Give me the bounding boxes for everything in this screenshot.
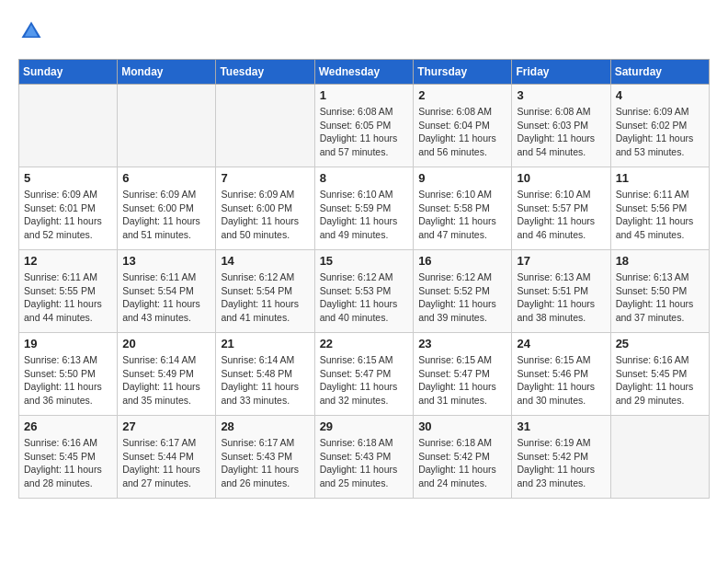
day-number: 4 [616,88,704,102]
day-info: Sunrise: 6:16 AM Sunset: 5:45 PM Dayligh… [616,353,704,408]
day-info: Sunrise: 6:09 AM Sunset: 6:00 PM Dayligh… [122,188,210,242]
day-info: Sunrise: 6:12 AM Sunset: 5:54 PM Dayligh… [221,270,309,325]
day-info: Sunrise: 6:13 AM Sunset: 5:51 PM Dayligh… [517,270,605,325]
day-number: 13 [122,254,210,268]
day-number: 9 [418,171,506,185]
day-info: Sunrise: 6:15 AM Sunset: 5:46 PM Dayligh… [517,353,605,408]
calendar-cell: 31Sunrise: 6:19 AM Sunset: 5:42 PM Dayli… [512,416,610,499]
day-number: 27 [122,419,210,433]
day-info: Sunrise: 6:12 AM Sunset: 5:52 PM Dayligh… [418,270,506,325]
day-info: Sunrise: 6:10 AM Sunset: 5:59 PM Dayligh… [320,188,409,242]
day-info: Sunrise: 6:11 AM Sunset: 5:55 PM Dayligh… [24,270,112,325]
logo [18,18,48,44]
calendar-cell: 22Sunrise: 6:15 AM Sunset: 5:47 PM Dayli… [314,333,414,416]
day-number: 16 [418,254,506,268]
calendar-table: SundayMondayTuesdayWednesdayThursdayFrid… [18,59,710,499]
logo-icon [18,18,44,44]
day-number: 17 [517,254,605,268]
day-number: 19 [24,337,112,350]
calendar-week-row: 5Sunrise: 6:09 AM Sunset: 6:01 PM Daylig… [19,167,710,250]
weekday-header: Thursday [414,60,512,85]
day-info: Sunrise: 6:15 AM Sunset: 5:47 PM Dayligh… [418,353,506,408]
calendar-cell: 24Sunrise: 6:15 AM Sunset: 5:46 PM Dayli… [512,333,610,416]
calendar-week-row: 12Sunrise: 6:11 AM Sunset: 5:55 PM Dayli… [19,250,710,333]
weekday-header-row: SundayMondayTuesdayWednesdayThursdayFrid… [19,60,710,85]
day-info: Sunrise: 6:15 AM Sunset: 5:47 PM Dayligh… [320,353,409,408]
calendar-cell: 11Sunrise: 6:11 AM Sunset: 5:56 PM Dayli… [610,167,709,250]
day-number: 2 [418,88,506,102]
day-number: 1 [320,88,409,102]
day-number: 21 [221,337,309,350]
day-number: 6 [122,171,210,185]
calendar-cell [610,416,709,499]
day-number: 22 [320,337,409,350]
day-info: Sunrise: 6:14 AM Sunset: 5:49 PM Dayligh… [122,353,210,408]
weekday-header: Friday [512,60,610,85]
calendar-cell: 27Sunrise: 6:17 AM Sunset: 5:44 PM Dayli… [118,416,216,499]
calendar-cell: 23Sunrise: 6:15 AM Sunset: 5:47 PM Dayli… [414,333,512,416]
day-number: 7 [221,171,309,185]
day-number: 8 [320,171,409,185]
calendar-cell: 8Sunrise: 6:10 AM Sunset: 5:59 PM Daylig… [314,167,414,250]
page-header [18,18,710,44]
calendar-cell: 9Sunrise: 6:10 AM Sunset: 5:58 PM Daylig… [414,167,512,250]
calendar-cell: 18Sunrise: 6:13 AM Sunset: 5:50 PM Dayli… [610,250,709,333]
day-number: 3 [517,88,605,102]
day-number: 23 [418,337,506,350]
day-number: 28 [221,419,309,433]
calendar-cell [19,85,118,167]
weekday-header: Saturday [610,60,709,85]
day-info: Sunrise: 6:09 AM Sunset: 6:02 PM Dayligh… [616,105,704,159]
calendar-cell [118,85,216,167]
day-number: 5 [24,171,112,185]
day-number: 29 [320,419,409,433]
day-info: Sunrise: 6:08 AM Sunset: 6:05 PM Dayligh… [320,105,409,159]
calendar-week-row: 19Sunrise: 6:13 AM Sunset: 5:50 PM Dayli… [19,333,710,416]
day-number: 31 [517,419,605,433]
calendar-week-row: 1Sunrise: 6:08 AM Sunset: 6:05 PM Daylig… [19,85,710,167]
day-number: 12 [24,254,112,268]
day-info: Sunrise: 6:08 AM Sunset: 6:04 PM Dayligh… [418,105,506,159]
day-number: 30 [418,419,506,433]
day-info: Sunrise: 6:08 AM Sunset: 6:03 PM Dayligh… [517,105,605,159]
calendar-cell: 28Sunrise: 6:17 AM Sunset: 5:43 PM Dayli… [216,416,314,499]
calendar-cell: 5Sunrise: 6:09 AM Sunset: 6:01 PM Daylig… [19,167,118,250]
calendar-cell: 6Sunrise: 6:09 AM Sunset: 6:00 PM Daylig… [118,167,216,250]
calendar-cell: 3Sunrise: 6:08 AM Sunset: 6:03 PM Daylig… [512,85,610,167]
day-info: Sunrise: 6:10 AM Sunset: 5:57 PM Dayligh… [517,188,605,242]
day-info: Sunrise: 6:09 AM Sunset: 6:01 PM Dayligh… [24,188,112,242]
calendar-cell: 10Sunrise: 6:10 AM Sunset: 5:57 PM Dayli… [512,167,610,250]
day-info: Sunrise: 6:11 AM Sunset: 5:54 PM Dayligh… [122,270,210,325]
day-info: Sunrise: 6:09 AM Sunset: 6:00 PM Dayligh… [221,188,309,242]
day-info: Sunrise: 6:12 AM Sunset: 5:53 PM Dayligh… [320,270,409,325]
day-number: 11 [616,171,704,185]
weekday-header: Monday [118,60,216,85]
day-number: 20 [122,337,210,350]
day-info: Sunrise: 6:19 AM Sunset: 5:42 PM Dayligh… [517,436,605,490]
day-info: Sunrise: 6:17 AM Sunset: 5:44 PM Dayligh… [122,436,210,490]
day-info: Sunrise: 6:10 AM Sunset: 5:58 PM Dayligh… [418,188,506,242]
calendar-cell: 19Sunrise: 6:13 AM Sunset: 5:50 PM Dayli… [19,333,118,416]
day-info: Sunrise: 6:13 AM Sunset: 5:50 PM Dayligh… [616,270,704,325]
calendar-cell: 29Sunrise: 6:18 AM Sunset: 5:43 PM Dayli… [314,416,414,499]
day-number: 15 [320,254,409,268]
weekday-header: Tuesday [216,60,314,85]
calendar-cell: 17Sunrise: 6:13 AM Sunset: 5:51 PM Dayli… [512,250,610,333]
calendar-cell: 20Sunrise: 6:14 AM Sunset: 5:49 PM Dayli… [118,333,216,416]
day-info: Sunrise: 6:11 AM Sunset: 5:56 PM Dayligh… [616,188,704,242]
calendar-cell: 1Sunrise: 6:08 AM Sunset: 6:05 PM Daylig… [314,85,414,167]
day-number: 18 [616,254,704,268]
calendar-cell: 4Sunrise: 6:09 AM Sunset: 6:02 PM Daylig… [610,85,709,167]
day-info: Sunrise: 6:17 AM Sunset: 5:43 PM Dayligh… [221,436,309,490]
calendar-cell: 16Sunrise: 6:12 AM Sunset: 5:52 PM Dayli… [414,250,512,333]
day-info: Sunrise: 6:13 AM Sunset: 5:50 PM Dayligh… [24,353,112,408]
calendar-cell: 26Sunrise: 6:16 AM Sunset: 5:45 PM Dayli… [19,416,118,499]
calendar-cell: 2Sunrise: 6:08 AM Sunset: 6:04 PM Daylig… [414,85,512,167]
calendar-cell [216,85,314,167]
calendar-cell: 13Sunrise: 6:11 AM Sunset: 5:54 PM Dayli… [118,250,216,333]
calendar-cell: 30Sunrise: 6:18 AM Sunset: 5:42 PM Dayli… [414,416,512,499]
calendar-cell: 7Sunrise: 6:09 AM Sunset: 6:00 PM Daylig… [216,167,314,250]
calendar-week-row: 26Sunrise: 6:16 AM Sunset: 5:45 PM Dayli… [19,416,710,499]
day-info: Sunrise: 6:18 AM Sunset: 5:43 PM Dayligh… [320,436,409,490]
day-number: 25 [616,337,704,350]
